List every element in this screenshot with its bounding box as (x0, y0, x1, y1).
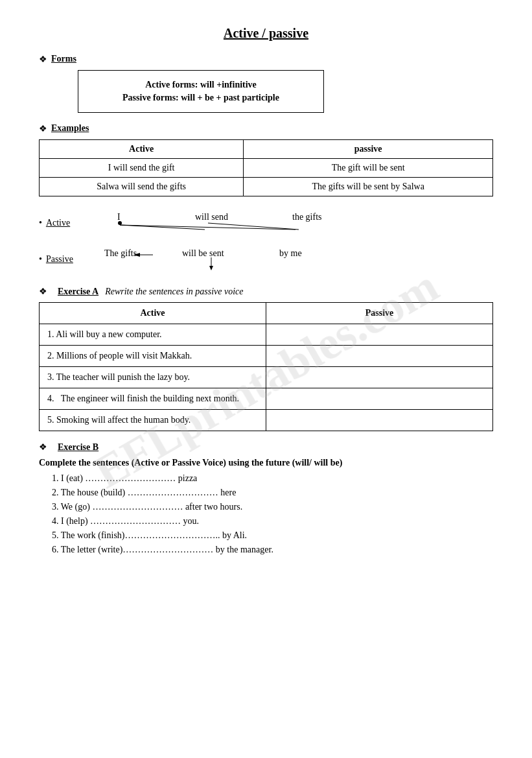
ex-a-active-5: 5. Smoking will affect the human body. (40, 410, 266, 431)
exercise-b-list: 1. I (eat) ………………………… pizza 2. The house… (39, 473, 493, 555)
exercise-b-label: Exercise B (58, 442, 98, 453)
examples-label: Examples (51, 123, 89, 134)
examples-header-passive: passive (244, 140, 493, 159)
table-row: Salwa will send the gifts The gifts will… (40, 178, 493, 196)
passive-form-text: Passive forms: will + be + past particip… (91, 93, 310, 103)
table-row: 2. Millions of people will visit Makkah. (40, 346, 493, 367)
example-active-2: Salwa will send the gifts (40, 178, 244, 196)
exercise-a-instruction: Rewrite the sentences in passive voice (105, 287, 243, 297)
exercise-a-section: ❖ Exercise A Rewrite the sentences in pa… (39, 286, 493, 431)
ex-a-active-1: 1. Ali will buy a new computer. (40, 324, 266, 346)
forms-label: Forms (51, 54, 76, 64)
svg-line-4 (120, 225, 205, 230)
example-passive-1: The gift will be sent (244, 159, 493, 178)
svg-text:will be sent: will be sent (182, 248, 224, 258)
active-diagram-svg: I will send the gifts (98, 207, 422, 239)
diamond-icon-3: ❖ (39, 286, 47, 297)
diamond-icon-4: ❖ (39, 442, 47, 453)
table-row: 3. The teacher will punish the lazy boy. (40, 367, 493, 388)
table-row: 1. Ali will buy a new computer. (40, 324, 493, 346)
ex-a-passive-1 (266, 324, 493, 346)
forms-box: Active forms: will +infinitive Passive f… (78, 70, 324, 113)
list-item: 2. The house (build) ………………………… here (52, 488, 493, 498)
page-title: Active / passive (39, 26, 493, 41)
svg-text:I: I (117, 212, 121, 222)
exercise-a-label: Exercise A (58, 287, 98, 297)
diamond-icon: ❖ (39, 54, 47, 65)
svg-marker-12 (209, 266, 213, 270)
ex-a-active-3: 3. The teacher will punish the lazy boy. (40, 367, 266, 388)
active-diagram-label: Active (46, 218, 98, 228)
example-passive-2: The gifts will be sent by Salwa (244, 178, 493, 196)
ex-a-active-4: 4. The engineer will finish the building… (40, 388, 266, 410)
active-form-text: Active forms: will +infinitive (91, 80, 310, 90)
ex-a-header-active: Active (40, 303, 266, 324)
examples-section: ❖ Examples Active passive I will send th… (39, 123, 493, 196)
exercise-b-instruction: Complete the sentences (Active or Passiv… (39, 458, 493, 468)
list-item: 1. I (eat) ………………………… pizza (52, 473, 493, 484)
list-item: 6. The letter (write)………………………… by the m… (52, 545, 493, 555)
table-row: I will send the gift The gift will be se… (40, 159, 493, 178)
svg-text:The gifts: The gifts (104, 248, 137, 258)
ex-a-passive-4 (266, 388, 493, 410)
ex-a-passive-3 (266, 367, 493, 388)
passive-diagram-svg: The gifts will be sent by me (98, 243, 422, 276)
svg-point-1 (118, 221, 122, 225)
diamond-icon-2: ❖ (39, 123, 47, 134)
exercise-a-table: Active Passive 1. Ali will buy a new com… (39, 302, 493, 431)
examples-header-active: Active (40, 140, 244, 159)
ex-a-passive-5 (266, 410, 493, 431)
passive-diagram-label: Passive (46, 254, 98, 265)
diagram-section: • Active I will send the gifts • Passive… (39, 207, 493, 276)
list-item: 3. We (go) ………………………… after two hours. (52, 502, 493, 512)
list-item: 5. The work (finish)………………………….. by Ali. (52, 530, 493, 541)
forms-section: ❖ Forms Active forms: will +infinitive P… (39, 54, 493, 113)
list-item: 4. I (help) ………………………… you. (52, 516, 493, 527)
svg-text:the gifts: the gifts (292, 212, 322, 222)
example-active-1: I will send the gift (40, 159, 244, 178)
ex-a-passive-2 (266, 346, 493, 367)
exercise-b-section: ❖ Exercise B Complete the sentences (Act… (39, 442, 493, 555)
table-row: 4. The engineer will finish the building… (40, 388, 493, 410)
svg-text:will send: will send (195, 212, 228, 222)
examples-table: Active passive I will send the gift The … (39, 139, 493, 196)
ex-a-header-passive: Passive (266, 303, 493, 324)
ex-a-active-2: 2. Millions of people will visit Makkah. (40, 346, 266, 367)
table-row: 5. Smoking will affect the human body. (40, 410, 493, 431)
svg-text:by me: by me (279, 248, 302, 258)
